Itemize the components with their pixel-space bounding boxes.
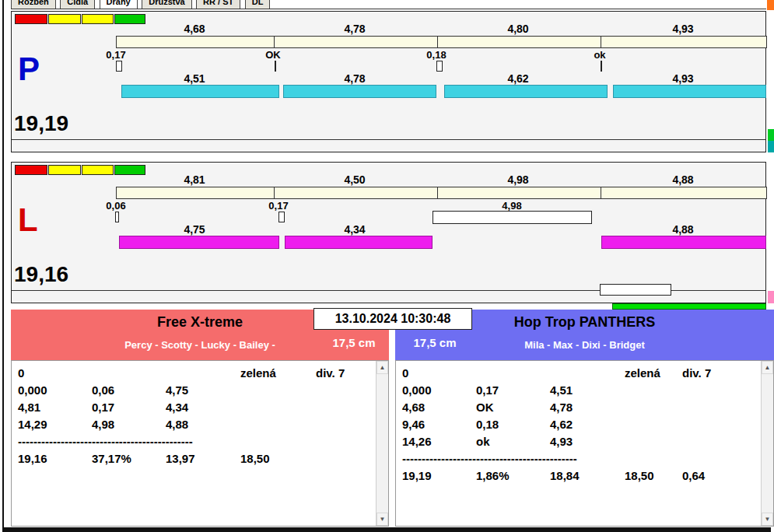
- table-totals-row: 19,19 1,86% 18,84 18,50 0,64: [396, 469, 773, 485]
- scrollbar-down-button[interactable]: ▼: [376, 513, 388, 526]
- cell: OK: [476, 401, 494, 414]
- scrollbar-up-button[interactable]: ▲: [376, 361, 388, 374]
- cell: 14,29: [18, 418, 47, 431]
- crossing-marker-wide-box: [433, 211, 592, 224]
- dog-run-bar-4: [601, 236, 766, 249]
- segment-divider: [601, 187, 601, 198]
- segment-divider: [274, 187, 275, 198]
- cell: 4,51: [550, 383, 573, 397]
- window-frame-bottom: [2, 527, 771, 532]
- segment-divider: [437, 187, 438, 198]
- tab-druzstva[interactable]: Družstva: [142, 0, 191, 9]
- divider-dashes: ----------------------------------------…: [18, 435, 193, 448]
- cell: 0,17: [92, 401, 114, 414]
- cell: 0,17: [476, 383, 499, 397]
- cell: 18,50: [240, 452, 270, 465]
- segment-divider: [274, 37, 275, 47]
- scrollbar-track[interactable]: ▲ ▼: [761, 361, 773, 526]
- dog-run-bar-3: [444, 85, 608, 98]
- status-light-yellow-2: [82, 165, 114, 175]
- cell: 0,18: [476, 418, 499, 431]
- sensor-track-bar: [116, 36, 767, 48]
- sensor-time-3: 4,98: [493, 173, 543, 186]
- cell-color: zelená: [625, 366, 660, 380]
- lane-total-time-p: 19,19: [14, 111, 68, 136]
- dog-time-4: 4,93: [658, 72, 708, 85]
- cell: 4,62: [550, 418, 573, 431]
- sensor-time-2: 4,78: [330, 23, 380, 35]
- crossing-time-4: ok: [575, 49, 625, 61]
- screen-edge-fragment: [768, 291, 774, 303]
- crossing-time-2: OK: [248, 49, 298, 61]
- segment-divider: [437, 37, 438, 47]
- sensor-time-4: 4,93: [658, 23, 708, 35]
- divider-dashes: ----------------------------------------…: [402, 452, 577, 465]
- separator: [12, 139, 765, 140]
- sensor-time-1: 4,68: [170, 23, 219, 35]
- status-light-yellow-1: [48, 14, 81, 24]
- lane-letter-l: L: [18, 201, 38, 239]
- cell: 0,06: [92, 383, 114, 397]
- lane-panel-l: 4,81 4,50 4,98 4,88 0,06 0,17 4,98 4,75 …: [11, 162, 766, 303]
- tab-drahy[interactable]: Dráhy: [100, 0, 138, 9]
- crossing-time-1: 0,17: [91, 49, 141, 61]
- dog-run-bar-1: [121, 85, 279, 98]
- scrollbar-down-button[interactable]: ▼: [762, 513, 773, 526]
- scrollbar-track[interactable]: ▲ ▼: [376, 361, 388, 526]
- cell: 0: [18, 366, 24, 380]
- dog-run-bar-2: [285, 236, 433, 249]
- crossing-marker-box: [115, 212, 119, 222]
- crossing-marker-box: [278, 212, 285, 222]
- crossing-time-2: 0,17: [254, 200, 303, 212]
- cell: 4,93: [550, 435, 573, 448]
- tab-bar: Rozběh Čidla Dráhy Družstva RR / ST DL: [11, 0, 766, 9]
- screen-edge-fragment: [768, 129, 774, 141]
- sensor-track-bar: [116, 187, 767, 199]
- table-row: 14,29 4,98 4,88: [12, 418, 388, 433]
- cell: 18,84: [550, 469, 580, 482]
- cell-total-time: 19,19: [402, 469, 432, 482]
- table-row: 0,000 0,06 4,75: [12, 383, 388, 399]
- crossing-time-1: 0,06: [91, 200, 141, 212]
- jump-height-right: 17,5 cm: [401, 336, 468, 349]
- dog-time-2: 4,34: [330, 223, 380, 236]
- status-light-red: [15, 165, 47, 175]
- cell: 4,34: [166, 401, 188, 414]
- crossing-marker-line: [275, 61, 276, 72]
- status-light-green: [114, 165, 145, 175]
- cell: 0,000: [402, 383, 432, 397]
- dog-run-bar-4: [613, 85, 766, 98]
- cell: ok: [476, 435, 490, 448]
- dog-time-3: 4,88: [658, 223, 708, 236]
- crossing-marker-line: [601, 61, 602, 72]
- status-light-yellow-2: [82, 14, 114, 24]
- tab-rr-st[interactable]: RR / ST: [196, 0, 240, 9]
- segment-divider: [601, 37, 601, 47]
- sensor-time-1: 4,81: [170, 173, 219, 186]
- table-row: 4,68 OK 4,78: [396, 401, 773, 416]
- white-box: [600, 284, 671, 296]
- cell: 14,26: [402, 435, 432, 448]
- table-row: 0,000 0,17 4,51: [396, 383, 773, 399]
- dog-time-3: 4,62: [493, 72, 543, 85]
- tab-dl[interactable]: DL: [245, 0, 271, 9]
- status-light-yellow-1: [48, 165, 81, 175]
- window-frame-left: [2, 0, 4, 532]
- cell: 4,98: [92, 418, 114, 431]
- tab-cidla[interactable]: Čidla: [60, 0, 95, 9]
- cell-division: div. 7: [316, 366, 345, 380]
- sensor-time-3: 4,80: [493, 23, 543, 35]
- table-totals-row: 19,16 37,17% 13,97 18,50: [12, 452, 388, 467]
- dog-time-1: 4,51: [170, 72, 219, 85]
- cell: 4,88: [166, 418, 188, 431]
- screen-edge-fragment: [767, 0, 774, 10]
- scrollbar-up-button[interactable]: ▲: [762, 361, 773, 374]
- cell: 4,68: [402, 401, 425, 414]
- dog-run-bar-2: [283, 85, 436, 98]
- datetime-display: 13.10.2024 10:30:48: [313, 308, 472, 330]
- cell-total-time: 19,16: [18, 452, 47, 465]
- cell: 18,50: [625, 469, 654, 482]
- crossing-time-3: 4,98: [487, 200, 537, 212]
- tab-rozbeh[interactable]: Rozběh: [11, 0, 56, 9]
- table-row: 0 zelená div. 7: [396, 366, 773, 382]
